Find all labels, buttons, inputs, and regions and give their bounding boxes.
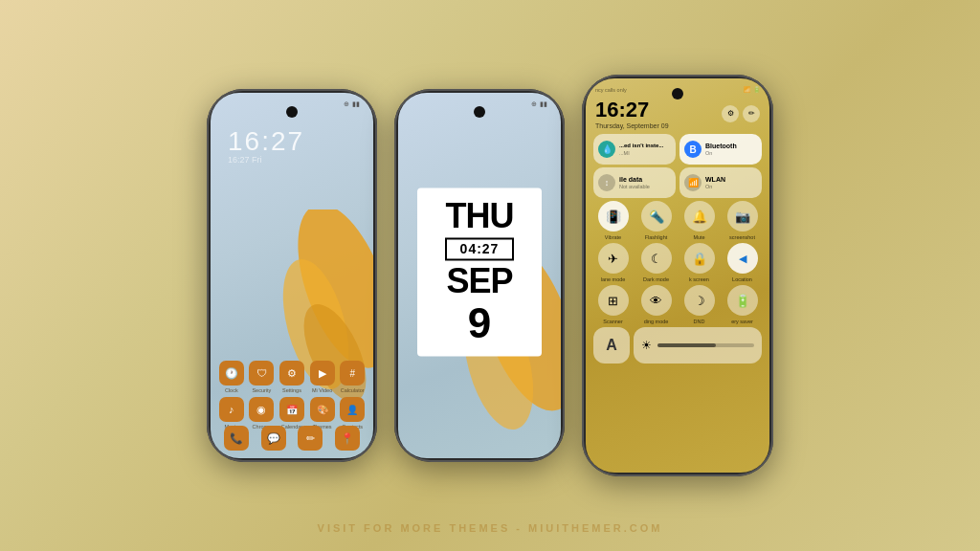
watermark: VISIT FOR MORE THEMES - MIUITHEMER.COM: [318, 522, 663, 534]
cc-time-row: 16:27 Thursday, September 09 ⚙ ✏: [591, 98, 764, 131]
widget-month: SEP: [446, 264, 512, 298]
cc-wlan-icon: 📶: [684, 174, 702, 191]
cc-date: Thursday, September 09: [595, 122, 669, 129]
cc-quick-grid-2: ✈ lane mode ☾ Dark mode 🔒 k screen ◀ Loc…: [591, 243, 764, 282]
quick-location[interactable]: ◀ Location: [723, 243, 762, 282]
phone-2: ⊕ ▮▮ THU 04:27 SEP 9: [394, 89, 565, 462]
dndmode-btn: 👁: [641, 285, 672, 316]
cc-bluetooth-icon: B: [684, 141, 702, 158]
airplane-btn: ✈: [598, 243, 629, 274]
screen-2: ⊕ ▮▮ THU 04:27 SEP 9: [398, 93, 561, 458]
app-settings-label: Settings: [282, 387, 301, 393]
quick-darkmode[interactable]: ☾ Dark mode: [636, 243, 676, 282]
cc-brightness-bar[interactable]: ☀: [634, 327, 762, 364]
cc-time-group: 16:27 Thursday, September 09: [595, 98, 669, 129]
batterysaver-btn: 🔋: [727, 285, 758, 316]
battery-icon-1: ▮▮: [352, 100, 360, 108]
vibrate-label: Vibrate: [605, 234, 621, 240]
app-maps[interactable]: 📍: [335, 426, 360, 451]
app-grid-1: 🕐 Clock 🛡 Security ⚙ Settings ▶ Mi Video…: [218, 361, 366, 430]
app-music[interactable]: ♪ Music: [218, 397, 245, 430]
app-notes[interactable]: ✏: [298, 426, 323, 451]
lockscreen-label: k screen: [689, 276, 709, 282]
brightness-icon: ☀: [641, 339, 652, 352]
scanner-btn: ⊞: [598, 285, 629, 316]
camera-punch-hole-2: [474, 106, 485, 118]
cc-wlan-sub: On: [705, 184, 725, 189]
app-chrome[interactable]: ◉ Chrome: [249, 397, 276, 430]
widget-card: THU 04:27 SEP 9: [417, 187, 542, 356]
app-contacts[interactable]: 👤 Contacts: [339, 397, 366, 430]
screenshot-btn: 📷: [727, 201, 758, 231]
cc-bluetooth-text: Bluetooth On: [705, 143, 737, 156]
cc-settings-icon[interactable]: ⚙: [722, 105, 739, 122]
cc-wlan-text: WLAN On: [705, 176, 725, 189]
quick-scanner[interactable]: ⊞ Scanner: [593, 285, 633, 324]
cc-tiles-row-1: 💧 ...ed isn't inste... ...MI B Bluetooth…: [591, 134, 764, 165]
dnd-label: DND: [694, 319, 705, 324]
cc-a-button[interactable]: A: [593, 327, 630, 364]
cc-tile-data[interactable]: 💧 ...ed isn't inste... ...MI: [593, 134, 676, 165]
quick-screenshot[interactable]: 📷 screenshot: [723, 201, 762, 240]
quick-flashlight[interactable]: 🔦 Flashlight: [636, 201, 676, 240]
location-btn: ◀: [727, 243, 758, 274]
flashlight-btn: 🔦: [641, 201, 672, 231]
quick-mute[interactable]: 🔔 Mute: [679, 201, 719, 240]
widget-date: 9: [468, 302, 491, 344]
cc-mobiledata-label: ile data: [619, 176, 650, 184]
camera-punch-hole-1: [286, 106, 298, 118]
cc-tile-mobiledata[interactable]: ↕ ile data Not available: [593, 167, 676, 198]
cc-edit-icon[interactable]: ✏: [743, 105, 760, 122]
dock-row-1: 📞 💬 ✏ 📍: [218, 426, 366, 451]
control-center: ncy calls only 📶 🔋 16:27 Thursday, Septe…: [586, 78, 769, 473]
cc-status-right: 📶 🔋: [744, 86, 760, 93]
lockscreen-btn: 🔒: [684, 243, 715, 274]
location-label: Location: [732, 276, 752, 282]
widget-time: 04:27: [445, 237, 515, 260]
darkmode-label: Dark mode: [643, 276, 669, 282]
screen-1: ⊕ ▮▮ 16:27 16:27 Fri 🕐 Clock 🛡 Security …: [211, 93, 373, 458]
cc-mobiledata-icon: ↕: [598, 174, 615, 191]
app-clock[interactable]: 🕐 Clock: [218, 361, 245, 393]
cc-data-label: ...ed isn't inste...: [619, 143, 663, 149]
app-calculator[interactable]: # Calculator: [339, 361, 366, 393]
cc-data-text: ...ed isn't inste... ...MI: [619, 143, 663, 155]
app-mivideo[interactable]: ▶ Mi Video: [309, 361, 336, 393]
app-themes[interactable]: 🎨 Themes: [309, 397, 336, 430]
quick-dndmode[interactable]: 👁 ding mode: [636, 285, 676, 324]
mute-label: Mute: [693, 234, 704, 240]
app-clock-label: Clock: [225, 387, 238, 393]
cc-data-icon: 💧: [598, 141, 615, 158]
cc-tile-wlan[interactable]: 📶 WLAN On: [679, 167, 762, 198]
app-calendar[interactable]: 📅 Calendar: [278, 397, 305, 430]
app-security[interactable]: 🛡 Security: [249, 361, 276, 393]
app-messages[interactable]: 💬: [261, 426, 286, 451]
status-icons-1: ⊕ ▮▮: [344, 100, 360, 108]
flashlight-label: Flashlight: [645, 234, 668, 240]
quick-dnd[interactable]: ☽ DND: [679, 285, 719, 324]
phone1-date: 16:27 Fri: [228, 155, 262, 165]
screen-3: ncy calls only 📶 🔋 16:27 Thursday, Septe…: [586, 78, 769, 473]
cc-mobiledata-sub: Not available: [619, 184, 650, 189]
app-security-label: Security: [252, 387, 271, 393]
app-settings[interactable]: ⚙ Settings: [278, 361, 305, 393]
cc-tile-bluetooth[interactable]: B Bluetooth On: [679, 134, 762, 165]
quick-batterysaver[interactable]: 🔋 ery saver: [723, 285, 762, 324]
app-mivideo-label: Mi Video: [312, 387, 332, 393]
app-phone[interactable]: 📞: [224, 426, 249, 451]
bluetooth-icon-1: ⊕: [344, 100, 349, 108]
camera-punch-hole-3: [672, 88, 683, 99]
cc-header-icons: ⚙ ✏: [722, 105, 760, 122]
phone-1: ⊕ ▮▮ 16:27 16:27 Fri 🕐 Clock 🛡 Security …: [207, 89, 377, 462]
quick-lockscreen[interactable]: 🔒 k screen: [679, 243, 719, 282]
sim-icon: 📶: [744, 86, 750, 93]
dnd-btn: ☽: [684, 285, 715, 316]
quick-airplane[interactable]: ✈ lane mode: [593, 243, 633, 282]
cc-emergency-text: ncy calls only: [595, 87, 627, 93]
battery-icon-3: 🔋: [753, 86, 760, 93]
phone-3: ncy calls only 📶 🔋 16:27 Thursday, Septe…: [582, 75, 773, 476]
darkmode-btn: ☾: [641, 243, 672, 274]
quick-vibrate[interactable]: 📳 Vibrate: [593, 201, 633, 240]
cc-data-sub: ...MI: [619, 150, 663, 156]
app-calculator-label: Calculator: [341, 387, 365, 393]
